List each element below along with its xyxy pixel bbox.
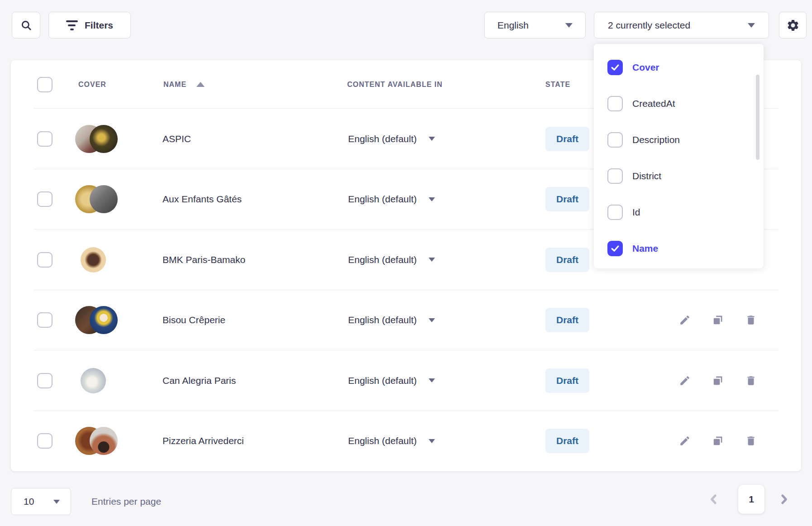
duplicate-button[interactable] [712,374,724,387]
cover-avatars [75,125,118,153]
locale-value: English (default) [348,435,417,446]
dropdown-item-label: Name [632,243,658,254]
row-checkbox[interactable] [37,131,53,147]
chevron-down-icon [429,137,435,141]
locale-select[interactable]: English [484,12,586,38]
column-header-state[interactable]: STATE [545,81,570,89]
row-checkbox[interactable] [37,312,53,328]
status-badge: Draft [545,308,589,332]
locale-select-value: English [497,20,529,31]
row-checkbox[interactable] [37,191,53,207]
cover-avatars [75,185,118,213]
settings-button[interactable] [779,12,807,38]
columns-select[interactable]: 2 currently selected [594,12,769,38]
status-badge: Draft [545,187,589,211]
checkbox-unchecked[interactable] [607,96,623,111]
search-button[interactable] [12,12,40,38]
locale-value: English (default) [348,134,417,144]
cover-image [81,368,106,393]
locale-cell[interactable]: English (default) [348,435,435,446]
chevron-down-icon [429,439,435,443]
entry-name[interactable]: ASPIC [162,134,191,144]
cover-image [90,125,118,153]
filters-button[interactable]: Filters [48,12,131,38]
gear-icon [786,19,800,32]
filter-icon [66,20,78,30]
column-header-content-available-in[interactable]: CONTENT AVAILABLE IN [347,81,443,89]
edit-button[interactable] [678,314,691,326]
columns-select-value: 2 currently selected [608,20,690,31]
status-badge: Draft [545,127,589,151]
chevron-down-icon [429,197,435,201]
locale-cell[interactable]: English (default) [348,194,435,205]
checkbox-checked[interactable] [607,241,623,256]
dropdown-item-label: Description [632,134,680,145]
row-checkbox[interactable] [37,373,53,388]
dropdown-item-createdat[interactable]: CreatedAt [594,86,764,122]
edit-button[interactable] [678,374,691,387]
table-row: Pizzeria Arrivederci English (default) D… [11,411,801,472]
entry-name[interactable]: Can Alegria Paris [162,375,236,386]
search-icon [20,19,32,31]
checkbox-unchecked[interactable] [607,132,623,148]
checkbox-unchecked[interactable] [607,205,623,220]
checkbox-unchecked[interactable] [607,168,623,184]
filters-button-label: Filters [85,20,113,31]
dropdown-item-label: Cover [632,62,659,73]
entry-name[interactable]: Pizzeria Arrivederci [162,435,244,446]
sort-ascending-icon[interactable] [196,82,205,87]
select-all-checkbox[interactable] [37,77,53,92]
cover-image [90,185,118,213]
row-checkbox[interactable] [37,433,53,449]
dropdown-item-label: District [632,171,661,182]
column-header-cover[interactable]: COVER [78,81,106,89]
page-number-button[interactable]: 1 [738,485,764,514]
dropdown-item-cover[interactable]: Cover [594,49,764,86]
entries-per-page-value: 10 [24,496,34,507]
scrollbar[interactable] [756,75,759,160]
locale-value: English (default) [348,254,417,265]
next-page-button[interactable] [776,492,792,507]
status-badge: Draft [545,429,589,453]
dropdown-item-district[interactable]: District [594,158,764,194]
locale-cell[interactable]: English (default) [348,315,435,325]
dropdown-item-description[interactable]: Description [594,122,764,158]
cover-avatars [75,367,118,395]
chevron-down-icon [429,318,435,322]
locale-cell[interactable]: English (default) [348,134,435,144]
status-badge: Draft [545,248,589,272]
dropdown-item-name[interactable]: Name [594,230,764,267]
cover-avatars [75,246,118,274]
checkbox-checked[interactable] [607,60,623,75]
cover-image [81,247,106,273]
delete-button[interactable] [745,435,757,447]
row-checkbox[interactable] [37,252,53,268]
cover-avatars [75,306,118,334]
chevron-down-icon [748,23,755,28]
delete-button[interactable] [745,374,757,387]
locale-value: English (default) [348,315,417,325]
entry-name[interactable]: Aux Enfants Gâtés [162,194,242,205]
duplicate-button[interactable] [712,314,724,326]
locale-value: English (default) [348,375,417,386]
column-header-name[interactable]: NAME [163,81,205,89]
entry-name[interactable]: BMK Paris-Bamako [162,254,245,265]
dropdown-item-id[interactable]: Id [594,194,764,230]
dropdown-item-label: CreatedAt [632,98,675,109]
entries-per-page-select[interactable]: 10 [11,488,71,515]
cover-image [90,306,118,334]
edit-button[interactable] [678,435,691,447]
cover-image [90,427,118,455]
locale-cell[interactable]: English (default) [348,375,435,386]
locale-cell[interactable]: English (default) [348,254,435,265]
chevron-down-icon [429,258,435,262]
cover-avatars [75,427,118,455]
entry-name[interactable]: Bisou Crêperie [162,315,225,325]
chevron-down-icon [429,378,435,383]
duplicate-button[interactable] [712,435,724,447]
delete-button[interactable] [745,314,757,326]
dropdown-item-label: Id [632,207,640,218]
entries-per-page-label: Entries per page [91,488,161,515]
chevron-down-icon [53,500,60,504]
previous-page-button[interactable] [706,492,721,507]
